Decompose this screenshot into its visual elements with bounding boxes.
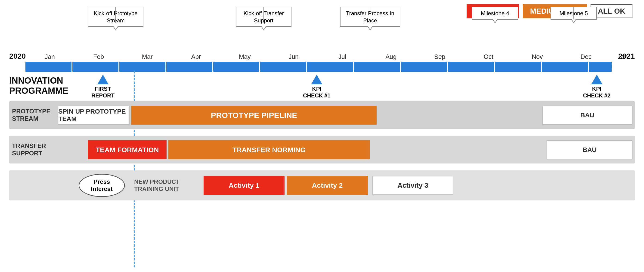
spin-up-prototype-bar: SPIN UP PROTOTYPE TEAM	[58, 106, 130, 125]
bar-nov	[495, 62, 541, 72]
month-oct: Oct	[464, 53, 513, 60]
month-feb: Feb	[74, 53, 123, 60]
bar-may	[213, 62, 259, 72]
bar-jan	[26, 62, 72, 72]
bar-sep	[401, 62, 447, 72]
month-aug: Aug	[367, 53, 416, 60]
bar-oct	[448, 62, 494, 72]
prototype-pipeline-bar: PROTOTYPE PIPELINE	[132, 106, 376, 125]
training-unit-section: PressInterest NEW PRODUCTTRAINING UNIT A…	[9, 170, 635, 200]
month-labels-row: 2020 Jan Feb Mar Apr May Jun Jul Aug Sep…	[9, 48, 635, 60]
milestone-triangle-1	[98, 75, 108, 84]
month-mar: Mar	[123, 53, 172, 60]
bar-dec	[542, 62, 588, 72]
press-interest-oval: PressInterest	[79, 174, 125, 197]
month-jan: Jan	[26, 53, 74, 60]
bar-apr	[166, 62, 212, 72]
year-2021: 2021	[612, 52, 635, 60]
transfer-support-label: TRANSFERSUPPORT	[12, 142, 56, 157]
page-container: HIGH RISK MEDIUM RISK ALL OK Kick-off Pr…	[0, 0, 644, 272]
months-container: Jan Feb Mar Apr May Jun Jul Aug Sep Oct …	[26, 53, 635, 60]
transfer-bau-bar: BAU	[547, 140, 632, 159]
month-nov: Nov	[513, 53, 562, 60]
month-jun: Jun	[269, 53, 318, 60]
activity3-bar: Activity 3	[372, 176, 454, 195]
prototype-bau-bar: BAU	[542, 106, 632, 125]
main-content: INNOVATION PROGRAMME FIRSTREPORT KPICHEC…	[9, 71, 635, 267]
programme-title: INNOVATION PROGRAMME	[9, 76, 57, 96]
milestone-triangle-2	[311, 75, 322, 84]
milestone-kpi1: KPICHECK #1	[303, 75, 330, 99]
month-sep: Sep	[416, 53, 464, 60]
milestone-label-1: FIRSTREPORT	[91, 86, 114, 99]
blue-timeline-bar	[9, 62, 635, 72]
transfer-norming-bar: TRANSFER NORMING	[168, 140, 370, 159]
month-jul: Jul	[318, 53, 367, 60]
prototype-stream-label: PROTOTYPESTREAM	[12, 108, 56, 123]
month-dec: Dec	[562, 53, 610, 60]
timeline: 2020 Jan Feb Mar Apr May Jun Jul Aug Sep…	[9, 48, 635, 72]
training-unit-label: NEW PRODUCTTRAINING UNIT	[134, 178, 185, 193]
bar-jan2021	[589, 62, 612, 72]
bar-jun	[260, 62, 306, 72]
milestone-first-report: FIRSTREPORT	[91, 75, 114, 99]
bar-aug	[354, 62, 400, 72]
prototype-stream-section: PROTOTYPESTREAM SPIN UP PROTOTYPE TEAM P…	[9, 101, 635, 129]
team-formation-bar: TEAM FORMATION	[88, 140, 166, 159]
milestone-kpi2: KPICHECK #2	[583, 75, 610, 99]
activity2-bar: Activity 2	[287, 176, 368, 195]
bar-mar	[119, 62, 166, 72]
milestone-label-2: KPICHECK #1	[303, 86, 330, 99]
transfer-support-section: TRANSFERSUPPORT TEAM FORMATION TRANSFER …	[9, 136, 635, 163]
month-may: May	[220, 53, 269, 60]
bar-jul	[307, 62, 353, 72]
milestone-triangle-3	[591, 75, 602, 84]
dashed-vertical-line	[134, 71, 135, 267]
month-apr: Apr	[172, 53, 220, 60]
all-ok-badge: ALL OK	[590, 4, 632, 18]
bar-feb	[72, 62, 118, 72]
activity1-bar: Activity 1	[204, 176, 284, 195]
milestone-label-3: KPICHECK #2	[583, 86, 610, 99]
